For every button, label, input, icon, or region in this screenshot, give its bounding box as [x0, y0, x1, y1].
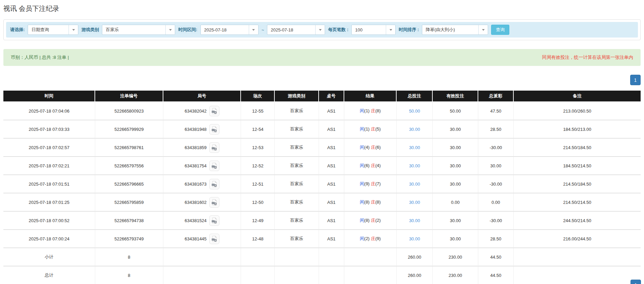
round-number-text: 634382042: [185, 109, 207, 114]
query-button[interactable]: 查询: [491, 25, 509, 35]
total-bet-link[interactable]: 30.00: [409, 145, 420, 150]
total-bet-link[interactable]: 30.00: [409, 236, 420, 241]
round-number-text: 634381673: [185, 182, 207, 187]
video-record-icon: [211, 199, 217, 206]
column-header-5: 桌号: [319, 91, 345, 102]
cell-session: 12-54: [241, 120, 275, 139]
cell-game-type: 百家乐: [275, 193, 319, 212]
total-bet-link[interactable]: 30.00: [409, 182, 420, 187]
total-bet-link[interactable]: 30.00: [409, 218, 420, 223]
query-mode-select[interactable]: 日期查询: [28, 25, 78, 35]
cell-time: 2025-07-18 07:02:57: [3, 139, 95, 157]
column-header-8: 有效投注: [433, 91, 478, 102]
banker-result: 庄: [371, 236, 375, 241]
video-record-icon: [211, 163, 217, 169]
cell-bet-number: 522665796665: [95, 175, 163, 193]
column-header-10: 备注: [514, 91, 641, 102]
cell-payout: 47.50: [478, 102, 514, 120]
table-row: 2025-07-18 07:04:06522665800923634382042…: [3, 102, 641, 120]
video-record-icon: [211, 236, 217, 242]
cell-bet-number: 522665798761: [95, 139, 163, 157]
game-type-select[interactable]: 百家乐: [102, 25, 175, 35]
player-score: (4): [364, 145, 370, 150]
page-title: 视讯 会员下注纪录: [3, 4, 641, 13]
cell-total-bet: 30.00: [397, 157, 433, 175]
summary-empty-cell: [344, 248, 397, 266]
video-record-button[interactable]: [209, 124, 219, 135]
cell-game-type: 百家乐: [275, 212, 319, 230]
summary-count: 8: [95, 266, 163, 284]
currency-total-text: 币别：人民币 | 总共 :8 注单 |: [11, 54, 69, 61]
table-row: 2025-07-18 07:02:57522665798761634381859…: [3, 139, 641, 157]
cell-game-type: 百家乐: [275, 175, 319, 193]
cell-game-type: 百家乐: [275, 139, 319, 157]
table-row: 2025-07-18 07:00:52522665794738634381524…: [3, 212, 641, 230]
video-record-button[interactable]: [209, 215, 219, 226]
video-record-button[interactable]: [209, 234, 219, 244]
cell-time: 2025-07-18 07:01:51: [3, 175, 95, 193]
chevron-down-icon: [249, 25, 258, 34]
player-result: 闲: [360, 163, 364, 168]
betting-records-table: 时间注单编号局号场次游戏类别桌号结果总投注有效投注总派彩备注 2025-07-1…: [3, 91, 641, 284]
chevron-down-icon: [386, 25, 395, 34]
video-record-button[interactable]: [209, 197, 219, 208]
banker-score: (5): [375, 126, 381, 132]
query-mode-label: 请选择:: [10, 27, 25, 33]
date-from-select[interactable]: 2025-07-18: [200, 25, 259, 35]
cell-game-type: 百家乐: [275, 120, 319, 139]
time-sort-label: 时间排序 :: [399, 27, 419, 33]
cell-result: 闲(6)庄(4): [344, 157, 397, 175]
cell-payout: -30.00: [478, 139, 514, 157]
summary-empty-cell: [514, 266, 641, 284]
total-bet-link[interactable]: 30.00: [409, 200, 420, 205]
cell-total-bet: 30.00: [397, 175, 433, 193]
cell-time: 2025-07-18 07:02:21: [3, 157, 95, 175]
query-mode-value: 日期查询: [28, 27, 69, 33]
page-size-value: 100: [352, 27, 386, 32]
video-record-icon: [211, 108, 217, 114]
banker-result: 庄: [371, 181, 375, 186]
cell-time: 2025-07-18 07:04:06: [3, 102, 95, 120]
date-to-value: 2025-07-18: [267, 27, 315, 32]
cell-valid-bet: 30.00: [433, 230, 478, 248]
video-record-icon: [211, 144, 217, 151]
cell-bet-number: 522665800923: [95, 102, 163, 120]
cell-result: 闲(2)庄(9): [344, 230, 397, 248]
video-record-button[interactable]: [209, 179, 219, 189]
cell-valid-bet: 0.00: [433, 193, 478, 212]
cell-table-number: AS1: [319, 230, 345, 248]
time-sort-select[interactable]: 降幂(由大到小): [422, 25, 488, 35]
cell-time: 2025-07-18 07:00:52: [3, 212, 95, 230]
cell-payout: 0.00: [478, 193, 514, 212]
cell-valid-bet: 50.00: [433, 102, 478, 120]
game-type-value: 百家乐: [102, 27, 165, 33]
summary-valid-bet: 230.00: [433, 248, 478, 266]
cell-total-bet: 50.00: [397, 102, 433, 120]
summary-valid-bet: 230.00: [433, 266, 478, 284]
banker-score: (4): [375, 163, 381, 168]
column-header-0: 时间: [3, 91, 95, 102]
total-bet-link[interactable]: 30.00: [409, 127, 420, 132]
banker-result: 庄: [371, 145, 375, 150]
total-bet-link[interactable]: 30.00: [409, 163, 420, 168]
date-to-select[interactable]: 2025-07-18: [267, 25, 325, 35]
cell-session: 12-48: [241, 230, 275, 248]
banker-score: (9): [375, 236, 381, 241]
cell-result: 闲(8)庄(8): [344, 193, 397, 212]
video-record-button[interactable]: [209, 142, 219, 153]
page-1-button[interactable]: 1: [630, 75, 641, 85]
player-result: 闲: [360, 199, 364, 205]
total-bet-link[interactable]: 50.00: [409, 109, 420, 114]
grand-total-row: 总计8260.00230.0044.50: [3, 266, 641, 284]
cell-remark: 213.00/260.50: [514, 102, 641, 120]
player-result: 闲: [360, 236, 364, 241]
cell-remark: 244.50/214.50: [514, 212, 641, 230]
video-record-button[interactable]: [209, 106, 219, 116]
column-header-6: 结果: [344, 91, 397, 102]
cell-table-number: AS1: [319, 139, 345, 157]
game-type-label: 游戏类别: [81, 27, 99, 33]
video-record-button[interactable]: [209, 161, 219, 171]
page-1-button-bottom[interactable]: 1: [630, 280, 641, 284]
player-score: (8): [364, 218, 370, 223]
page-size-select[interactable]: 100: [351, 25, 396, 35]
